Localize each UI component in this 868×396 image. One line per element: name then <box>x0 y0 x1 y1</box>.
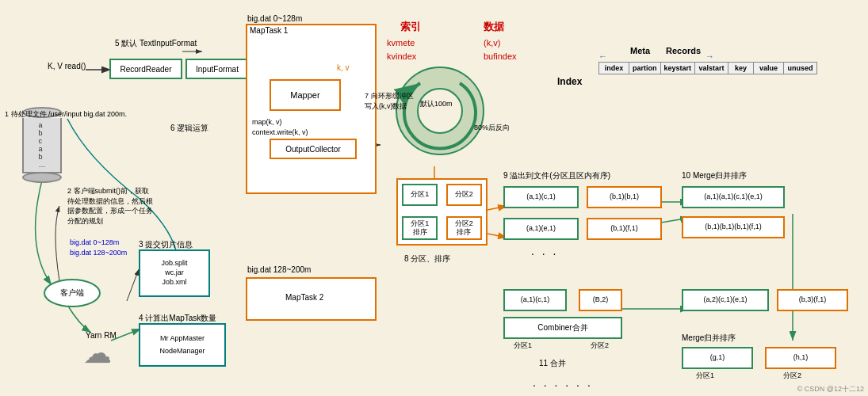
bigdat1-label: big.dat 0~128m <box>247 14 302 23</box>
cut-info-label: 3 提交切片信息 <box>139 239 193 250</box>
maptask1-label: MapTask 1 <box>250 26 288 35</box>
partition-section: 分区1 分区2 分区1排序 分区2排序 <box>396 178 488 246</box>
compute-maptask-label: 4 计算出MapTask数量 <box>139 313 216 324</box>
default-textinputformat-label: 5 默认 TextInputFormat <box>115 38 197 48</box>
partition1-sort-box: 分区1排序 <box>402 216 438 240</box>
spill1-box2: (b,1)(b,1) <box>587 186 662 208</box>
bigdat2-label: big.dat 128~200m <box>247 265 311 274</box>
step9-label: 9 溢出到文件(分区且区内有序) <box>503 170 610 181</box>
recordreader-box: RecordReader <box>109 59 182 79</box>
partition2-box: 分区2 <box>446 184 482 206</box>
client-oval: 客户端 <box>44 279 101 307</box>
outputcollector-box: OutputCollector <box>270 139 357 159</box>
spill1-box1: (a,1)(c,1) <box>503 186 579 208</box>
kvmete-label: kvmete <box>387 38 415 48</box>
combiner-label: Combiner合并 <box>537 322 587 333</box>
mapper-box: Mapper <box>270 79 341 111</box>
step8-label: 8 分区、排序 <box>404 253 450 265</box>
combiner-box: Combiner合并 <box>503 317 622 339</box>
data-label: 数据 <box>484 20 504 34</box>
final-result1-box: (g,1) <box>682 347 753 369</box>
kv-read-label: K, V read() <box>48 62 86 70</box>
bigdat-links-label: big.dat 0~128mbig.dat 128~200m <box>70 238 127 257</box>
merge-result2-box: (b,1)(b,1)(b,1)(f,1) <box>682 216 785 238</box>
combiner-out1-box: (a,2)(c,1)(e,1) <box>682 289 769 311</box>
spill2-box1: (a,1)(e,1) <box>503 218 579 240</box>
kv-arrow-label: k, v <box>337 63 350 72</box>
index-label: 索引 <box>400 20 421 34</box>
job-files-box: Job.split wc.jar Job.xml <box>139 249 210 297</box>
kv-data-label: (k,v) <box>484 38 500 48</box>
write-ring-label: 7 向环形缓冲区写入(k,v)数据 <box>365 91 414 111</box>
combiner-in1-box: (a,1)(c,1) <box>503 289 567 311</box>
dots3-label: · · · · · · <box>533 379 593 391</box>
inputformat-box: InputFormat <box>185 59 249 79</box>
kvindex-label: kvindex <box>387 51 416 61</box>
step10-label: 10 Merge归并排序 <box>682 170 747 181</box>
final-result2-box: (h,1) <box>765 347 836 369</box>
partition1-box: 分区1 <box>402 184 438 206</box>
svg-point-24 <box>418 89 462 133</box>
mapkv-label: map(k, v)context.write(k, v) <box>252 117 308 137</box>
merge-result1-box: (a,1)(a,1)(c,1)(e,1) <box>682 186 785 208</box>
meta-arrow-label: ← <box>598 51 607 61</box>
bufindex-label: bufindex <box>484 51 517 61</box>
combiner-part2-label: 分区2 <box>591 341 609 351</box>
partition2-sort-box: 分区2排序 <box>446 216 482 240</box>
logic-compute-label: 6 逻辑运算 <box>170 123 208 134</box>
appmaster-box: Mr AppMaster NodeManager <box>139 323 226 367</box>
dots1-label: · · · <box>531 247 558 260</box>
reverse-80-label: 80%后反向 <box>474 123 510 133</box>
merge-sort-label: Merge归并排序 <box>682 333 736 344</box>
final-part1-label: 分区1 <box>696 371 714 381</box>
combiner-out2-box: (b,3)(f,1) <box>777 289 848 311</box>
default-100m-label: 默认100m <box>420 99 453 109</box>
records-label: Records <box>666 46 701 55</box>
submit-info-label: 2 客户端submit()前，获取待处理数据的信息，然后根据参数配置，形成一个任… <box>67 186 153 226</box>
combiner-in2-box: (B,2) <box>579 289 622 311</box>
spill2-box2: (b,1)(f,1) <box>587 218 662 240</box>
index-diag-label: Index <box>557 76 582 87</box>
meta-label: Meta <box>630 46 650 55</box>
records-arrow-label: → <box>705 51 714 61</box>
file-info-label: 1 待处理文件 /user/input big.dat 200m. <box>5 109 127 120</box>
cloud-icon: ☁ <box>83 339 112 367</box>
combiner-part1-label: 分区1 <box>514 341 532 351</box>
svg-line-10 <box>127 269 139 301</box>
final-part2-label: 分区2 <box>783 371 801 381</box>
step11-label: 11 合并 <box>539 358 566 369</box>
meta-records-table: index partion keystart valstart key valu… <box>598 62 817 74</box>
footer-text: © CSDN @12十二12 <box>797 384 864 394</box>
maptask2-label: MapTask 2 <box>285 293 323 302</box>
